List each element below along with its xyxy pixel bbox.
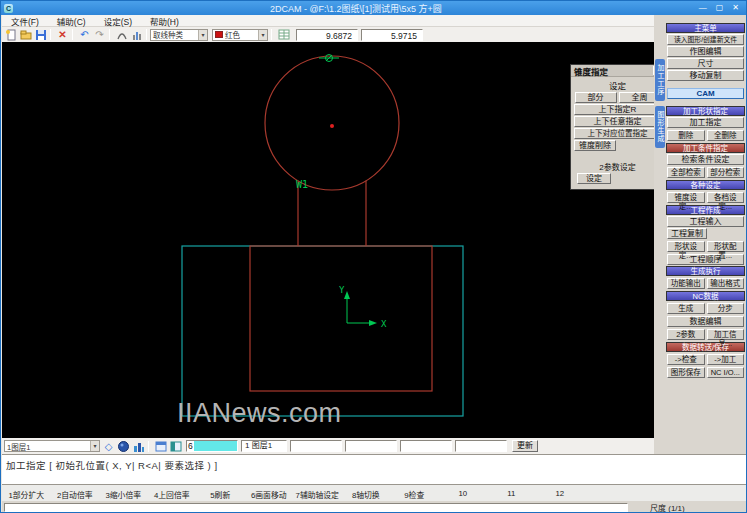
function-key[interactable]: 5刷新 bbox=[196, 485, 245, 501]
updown-any-button[interactable]: 上下任意指定 bbox=[574, 116, 662, 127]
arc-tool-icon[interactable] bbox=[115, 29, 128, 41]
panel-section-header: 加工条件指定 bbox=[666, 143, 745, 153]
panel-button[interactable]: NC I/O... bbox=[707, 367, 745, 378]
panel-button[interactable]: 全删除 bbox=[707, 130, 745, 141]
layer-edit-input[interactable]: 6 bbox=[186, 440, 238, 452]
menu-item[interactable]: 辅助(C) bbox=[48, 15, 95, 27]
updown-r-button[interactable]: 上下指定R bbox=[574, 104, 662, 115]
color-dropdown[interactable]: 红色 ▾ bbox=[212, 29, 268, 41]
updown-position-button[interactable]: 上下对应位置指定 bbox=[574, 128, 662, 139]
function-key[interactable]: 4上回倍率 bbox=[148, 485, 197, 501]
layer-name-field[interactable]: 1 图层1 bbox=[241, 440, 287, 452]
panel-button-stack: 主菜单读入图形/创建新文件作图编辑尺寸移动复制CAM加工形状指定加工指定删除全删… bbox=[666, 22, 745, 379]
line-type-dropdown[interactable]: 取线种类 ▾ bbox=[150, 29, 208, 41]
app-icon: C bbox=[4, 4, 13, 13]
open-file-icon[interactable] bbox=[19, 29, 32, 41]
coordinate-x-display: 9.6872 bbox=[296, 29, 358, 41]
function-key[interactable]: 6画面移动 bbox=[245, 485, 294, 501]
vertical-tab[interactable]: 图形生成 bbox=[655, 106, 665, 148]
panel-button[interactable]: ->检查 bbox=[667, 354, 705, 365]
panel-button[interactable]: 2参数 bbox=[667, 329, 705, 340]
panel-button[interactable]: ->加工 bbox=[707, 354, 745, 365]
panel-button[interactable]: 生成 bbox=[667, 303, 705, 314]
axis-x-label: X bbox=[381, 319, 387, 329]
empty-field[interactable] bbox=[400, 440, 452, 452]
vertical-tab[interactable]: 加工工序 bbox=[655, 59, 665, 101]
profile-square[interactable] bbox=[250, 246, 432, 391]
param-set-button[interactable]: 设定 bbox=[577, 173, 611, 184]
maximize-button[interactable]: ▢ bbox=[716, 2, 724, 14]
panel-button[interactable]: 读入图形/创建新文件 bbox=[667, 34, 744, 45]
panel-button[interactable]: 检索条件设定 bbox=[667, 154, 744, 165]
panel-button[interactable]: 各档设定... bbox=[707, 192, 745, 203]
panel-button[interactable]: 移动复制 bbox=[667, 70, 744, 81]
panel-button[interactable]: 部分检索 bbox=[707, 167, 745, 178]
profile-circle[interactable] bbox=[265, 56, 399, 190]
function-key[interactable]: 3缩小倍率 bbox=[99, 485, 148, 501]
save-icon[interactable] bbox=[34, 29, 47, 41]
dialog-title-bar[interactable]: 锥度指定 ✕ bbox=[571, 65, 664, 77]
partial-button[interactable]: 部分 bbox=[575, 92, 617, 103]
panel-button[interactable]: 加工指定 bbox=[667, 117, 744, 128]
panel-button[interactable]: 形状设定... bbox=[667, 241, 705, 252]
function-key[interactable]: 11 bbox=[487, 485, 536, 501]
function-key[interactable]: 12 bbox=[536, 485, 585, 501]
menu-item[interactable]: 文件(F) bbox=[2, 15, 48, 27]
panel-button[interactable]: 锥度设定... bbox=[667, 192, 705, 203]
toolbar-separator bbox=[50, 29, 51, 40]
panel-button[interactable]: 删除 bbox=[667, 130, 705, 141]
status-message-box bbox=[4, 503, 628, 512]
update-button[interactable]: 更新 bbox=[512, 440, 538, 452]
panel-button[interactable]: 作图编辑 bbox=[667, 46, 744, 57]
function-key[interactable]: 1部分扩大 bbox=[2, 485, 51, 501]
grid-table-icon[interactable] bbox=[277, 29, 290, 41]
layers-icon-1[interactable] bbox=[154, 440, 167, 452]
panel-button[interactable]: 形状配置... bbox=[707, 241, 745, 252]
panel-button[interactable]: CAM bbox=[667, 88, 744, 99]
panel-button[interactable]: 图形保存 bbox=[667, 367, 705, 378]
panel-button[interactable]: 分步 bbox=[707, 303, 745, 314]
panel-button-pair: 生成分步 bbox=[666, 302, 745, 315]
menu-item[interactable]: 设定(S) bbox=[95, 15, 141, 27]
layer-select[interactable]: 1图层1 ▾ bbox=[4, 440, 100, 452]
title-bar[interactable]: C 2DCAM - @F:\1.2图纸\[1]测试用\5x5 方+圆 — ▢ ✕ bbox=[1, 1, 746, 15]
empty-field[interactable] bbox=[345, 440, 397, 452]
function-key[interactable]: 8轴切换 bbox=[342, 485, 391, 501]
function-key[interactable]: 10 bbox=[439, 485, 488, 501]
delete-icon[interactable]: ✕ bbox=[56, 29, 69, 41]
panel-button[interactable]: 输出格式 bbox=[707, 278, 745, 289]
panel-button-pair: ->检查->加工 bbox=[666, 353, 745, 366]
minimize-button[interactable]: — bbox=[699, 2, 707, 14]
chart-tool-icon[interactable] bbox=[130, 29, 143, 41]
layers-icon-2[interactable] bbox=[169, 440, 182, 452]
command-area[interactable]: 加工指定 [ 初始孔位置( X, Y| R<A| 要素选择 ) ] bbox=[2, 454, 747, 485]
circle-center-point[interactable] bbox=[330, 124, 334, 128]
panel-button[interactable]: 工程输入 bbox=[667, 216, 744, 227]
panel-button[interactable]: 工程复制 bbox=[667, 228, 707, 239]
drawing-canvas[interactable]: W1 Y X IIANews.com 锥度指定 ✕ 设定 部分 全周 bbox=[2, 42, 654, 438]
close-button[interactable]: ✕ bbox=[732, 2, 739, 14]
panel-button[interactable]: 数据编辑 bbox=[667, 316, 744, 327]
taper-delete-button[interactable]: 锥度削除 bbox=[574, 140, 616, 151]
redo-icon[interactable]: ↷ bbox=[93, 29, 106, 41]
empty-field[interactable] bbox=[290, 440, 342, 452]
function-key[interactable]: 2自动倍率 bbox=[51, 485, 100, 501]
chart-icon[interactable] bbox=[132, 440, 145, 452]
param-section-label: 2参数设定 bbox=[571, 161, 664, 172]
diamond-icon[interactable]: ◇ bbox=[102, 440, 115, 452]
panel-button[interactable]: 尺寸 bbox=[667, 58, 744, 69]
new-file-icon[interactable] bbox=[4, 29, 17, 41]
panel-button[interactable]: 全部检索 bbox=[667, 167, 705, 178]
menu-item[interactable]: 帮助(H) bbox=[141, 15, 188, 27]
panel-button[interactable]: 功能输出 bbox=[667, 278, 705, 289]
layer-bar: 1图层1 ▾ ◇ 6 1 图层1 更新 bbox=[2, 438, 654, 454]
function-key[interactable]: 7辅助轴设定 bbox=[293, 485, 342, 501]
empty-field[interactable] bbox=[455, 440, 507, 452]
toolbar-separator bbox=[109, 29, 110, 40]
undo-icon[interactable]: ↶ bbox=[78, 29, 91, 41]
selection-highlight bbox=[194, 441, 237, 451]
panel-button[interactable]: 加工信息... bbox=[707, 329, 745, 340]
sphere-icon[interactable] bbox=[117, 440, 130, 452]
coordinate-axes: Y X bbox=[339, 285, 387, 329]
function-key[interactable]: 9检查 bbox=[390, 485, 439, 501]
